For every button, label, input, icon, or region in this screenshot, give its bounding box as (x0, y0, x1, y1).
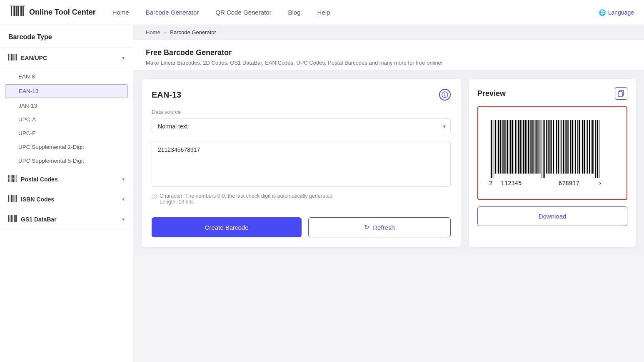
svg-rect-54 (505, 120, 506, 173)
data-source-select[interactable]: Normal text Hex data Base64 data (152, 118, 451, 134)
content-area: Home › Barcode Generator Free Barcode Ge… (133, 25, 644, 362)
barcode-preview: 2 112345 678917 › (477, 106, 627, 200)
page-title: Free Barcode Generator (146, 48, 632, 57)
svg-rect-72 (535, 120, 536, 173)
barcode-image: 2 112345 678917 › (487, 116, 618, 191)
nav-help[interactable]: Help (317, 7, 330, 18)
svg-rect-87 (560, 120, 560, 173)
refresh-icon: ↻ (364, 224, 369, 231)
sidebar-category-postal[interactable]: Postal Codes ▾ (0, 169, 133, 189)
sidebar-category-label-isbn: ISBN Codes (21, 196, 54, 203)
svg-rect-102 (586, 120, 586, 173)
info-icon[interactable] (439, 89, 451, 101)
svg-rect-9 (8, 54, 9, 60)
sidebar-item-upc-supp5[interactable]: UPC Supplemental 5-Digit (0, 154, 133, 168)
sidebar-category-gs1[interactable]: GS1 DataBar ▾ (0, 209, 133, 229)
page-description: Make Linear Barcodes, 2D Codes, GS1 Data… (146, 60, 632, 66)
svg-rect-71 (534, 120, 534, 173)
svg-rect-27 (8, 195, 9, 202)
svg-rect-75 (539, 120, 540, 173)
sidebar-item-upca[interactable]: UPC-A (0, 113, 133, 126)
svg-rect-73 (536, 120, 537, 173)
header: Online Tool Center Home Barcode Generato… (0, 0, 644, 25)
sidebar-category-label-postal: Postal Codes (21, 176, 58, 183)
copy-icon[interactable] (615, 87, 627, 100)
logo[interactable]: Online Tool Center (10, 4, 96, 21)
sidebar-item-ean13[interactable]: EAN-13 (5, 84, 128, 98)
breadcrumb-separator: › (164, 29, 166, 35)
svg-rect-8 (10, 5, 25, 6)
data-source-label: Data source (152, 109, 451, 115)
svg-rect-13 (14, 54, 15, 60)
chevron-down-icon-postal: ▾ (122, 176, 125, 182)
svg-rect-14 (15, 54, 15, 60)
logo-text: Online Tool Center (29, 8, 96, 17)
sidebar-item-ean8[interactable]: EAN-8 (0, 70, 133, 83)
svg-rect-80 (548, 120, 549, 173)
nav-blog[interactable]: Blog (288, 7, 301, 18)
svg-rect-45 (618, 92, 622, 97)
svg-rect-35 (10, 215, 10, 222)
nav-qr-code-generator[interactable]: QR Code Generator (215, 7, 271, 18)
svg-rect-76 (542, 120, 542, 178)
language-selector[interactable]: 🌐 Language (599, 9, 634, 16)
main-nav: Home Barcode Generator QR Code Generator… (112, 7, 582, 18)
hint-text: ⓘ Character: The numbers 0-9, the last c… (152, 193, 451, 205)
page-header: Free Barcode Generator Make Linear Barco… (133, 40, 644, 70)
breadcrumb-current: Barcode Generator (170, 29, 216, 35)
svg-rect-101 (584, 120, 585, 173)
sidebar-category-ean-upc[interactable]: EAN/UPC ▾ (0, 48, 133, 68)
sidebar-category-isbn[interactable]: ISBN Codes ▾ (0, 189, 133, 209)
svg-rect-95 (574, 120, 574, 173)
sidebar-item-upce[interactable]: UPC-E (0, 126, 133, 140)
data-source-select-wrapper: Normal text Hex data Base64 data ▾ (152, 118, 451, 134)
svg-rect-89 (563, 120, 564, 173)
svg-rect-39 (15, 215, 16, 222)
svg-rect-5 (20, 6, 21, 16)
svg-rect-4 (17, 6, 19, 16)
svg-rect-26 (16, 179, 17, 182)
svg-rect-25 (16, 175, 17, 178)
create-barcode-button[interactable]: Create Barcode (152, 217, 302, 237)
svg-rect-36 (11, 215, 12, 222)
svg-rect-98 (579, 120, 580, 173)
breadcrumb-home[interactable]: Home (146, 29, 160, 35)
svg-text:›: › (599, 180, 602, 186)
svg-rect-29 (11, 195, 12, 202)
svg-rect-77 (543, 120, 543, 178)
svg-rect-38 (14, 215, 15, 222)
hint-icon: ⓘ (152, 194, 157, 201)
svg-rect-61 (517, 120, 517, 173)
svg-rect-34 (8, 215, 10, 222)
svg-rect-107 (595, 120, 596, 178)
refresh-button[interactable]: ↻ Refresh (308, 217, 451, 237)
svg-rect-81 (549, 120, 550, 173)
generator-title-text: EAN-13 (152, 90, 181, 100)
sidebar-item-jan13[interactable]: JAN-13 (0, 99, 133, 113)
generator-section-title: EAN-13 (152, 89, 451, 101)
svg-rect-3 (16, 6, 17, 16)
svg-rect-63 (520, 120, 521, 173)
download-button[interactable]: Download (477, 206, 627, 226)
action-buttons: Create Barcode ↻ Refresh (152, 217, 451, 237)
barcode-input[interactable]: 2112345678917 (152, 141, 451, 187)
sidebar-item-upc-supp2[interactable]: UPC Supplemental 2-Digit (0, 140, 133, 154)
chevron-down-icon-gs1: ▾ (122, 216, 125, 222)
nav-barcode-generator[interactable]: Barcode Generator (146, 7, 199, 18)
language-label: Language (608, 9, 634, 16)
ean-upc-subitems: EAN-8 EAN-13 JAN-13 UPC-A UPC-E UPC Supp… (0, 68, 133, 169)
svg-point-42 (444, 93, 445, 94)
svg-rect-92 (569, 120, 569, 173)
svg-rect-83 (553, 120, 554, 173)
preview-header: Preview (477, 87, 627, 100)
sidebar-category-label-gs1: GS1 DataBar (21, 216, 57, 223)
svg-rect-86 (558, 120, 559, 173)
svg-rect-58 (512, 120, 513, 173)
svg-rect-84 (555, 120, 555, 173)
svg-rect-7 (23, 6, 24, 16)
svg-rect-0 (11, 6, 12, 16)
nav-home[interactable]: Home (112, 7, 129, 18)
postal-category-icon (8, 175, 17, 183)
svg-rect-69 (530, 120, 531, 173)
svg-rect-55 (507, 120, 508, 173)
